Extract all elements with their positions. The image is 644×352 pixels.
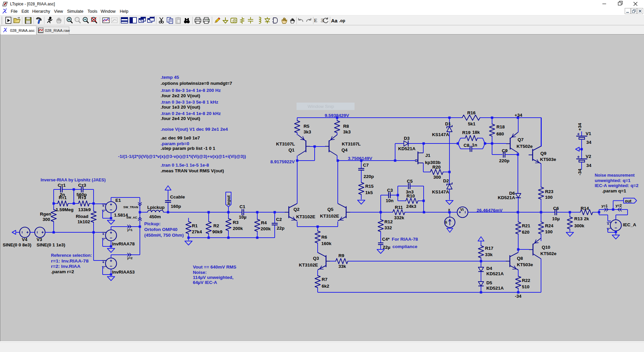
svg-text:160p: 160p <box>171 204 181 209</box>
svg-text:C2: C2 <box>276 217 282 222</box>
svg-text:1n: 1n <box>472 142 477 148</box>
svg-text:y=2: y=2 <box>615 203 622 208</box>
svg-text:114µV unweighted,: 114µV unweighted, <box>193 275 233 280</box>
svg-text:D3: D3 <box>404 136 410 141</box>
svg-text:300k: 300k <box>574 223 585 228</box>
svg-text:KT3102E: KT3102E <box>320 214 339 219</box>
svg-text:KS147A: KS147A <box>432 132 449 137</box>
svg-text:332k: 332k <box>394 215 405 220</box>
svg-text:.four 1e3 20 V(out): .four 1e3 20 V(out) <box>161 105 200 110</box>
svg-text:KD521A: KD521A <box>398 146 416 151</box>
svg-text:KT502e: KT502e <box>540 251 557 256</box>
svg-text:Q9: Q9 <box>540 151 546 156</box>
svg-text:Noise measurement: Noise measurement <box>595 173 635 178</box>
svg-text:For RIAA-78: For RIAA-78 <box>392 237 418 242</box>
svg-text:22p: 22p <box>277 226 284 231</box>
svg-text:Vi: Vi <box>460 208 464 212</box>
svg-text:R22: R22 <box>522 278 530 283</box>
svg-text:Simulate: Simulate <box>67 9 84 14</box>
svg-text:100: 100 <box>545 195 553 200</box>
svg-text:R21: R21 <box>522 223 530 228</box>
svg-text:028_RIAA.asc: 028_RIAA.asc <box>10 28 35 33</box>
svg-text:R5: R5 <box>304 124 310 129</box>
svg-text:R18: R18 <box>496 124 505 129</box>
svg-text:680: 680 <box>496 131 504 136</box>
svg-text:Cт3: Cт3 <box>78 183 86 188</box>
svg-text:R23: R23 <box>545 189 553 194</box>
svg-text:KS147A: KS147A <box>432 189 449 194</box>
svg-text:27k4: 27k4 <box>192 229 202 234</box>
svg-text:SINE(0 0 8e3): SINE(0 0 8e3) <box>3 242 32 247</box>
svg-text:SW_AC: SW_AC <box>126 216 137 219</box>
svg-text:V4: V4 <box>22 237 28 242</box>
svg-text:Q2: Q2 <box>293 207 300 212</box>
svg-text:18k: 18k <box>472 130 480 135</box>
svg-text:3.7506149V: 3.7506149V <box>348 156 372 161</box>
svg-text:Reference selection:: Reference selection: <box>51 253 92 258</box>
svg-text:620: 620 <box>522 230 530 235</box>
svg-text:Rт1: Rт1 <box>59 195 67 200</box>
svg-text:R15: R15 <box>365 184 374 189</box>
svg-text:Inverse-RIAA by Lipshitz (JAES: Inverse-RIAA by Lipshitz (JAES) <box>41 177 106 182</box>
svg-text:View: View <box>54 9 63 14</box>
svg-text:r=2: Inv.RIAA: r=2: Inv.RIAA <box>51 264 80 269</box>
svg-text:8.9175922V: 8.9175922V <box>270 159 295 164</box>
svg-text:Rgen: Rgen <box>40 212 51 217</box>
svg-text:KD521A: KD521A <box>498 195 515 200</box>
svg-text:C9: C9 <box>502 148 507 153</box>
svg-text:510: 510 <box>522 284 530 289</box>
svg-text:x: x <box>448 208 450 212</box>
svg-text:.op: .op <box>339 18 345 23</box>
svg-text:028_RIAA.raw: 028_RIAA.raw <box>45 28 70 33</box>
svg-text:Q7: Q7 <box>518 137 524 142</box>
svg-text:Ii: Ii <box>445 220 447 224</box>
svg-text:IEC-A weighted: q=2: IEC-A weighted: q=2 <box>595 183 638 188</box>
svg-text:10n: 10n <box>386 198 393 203</box>
svg-text:332: 332 <box>384 225 392 230</box>
svg-text:90k9: 90k9 <box>212 229 222 234</box>
svg-text:10µ: 10µ <box>239 215 247 220</box>
svg-text:KT3107L: KT3107L <box>276 141 295 146</box>
svg-text:Q10: Q10 <box>542 245 550 250</box>
svg-text:R11: R11 <box>395 205 403 210</box>
svg-text:300: 300 <box>433 175 441 180</box>
svg-text:Q4: Q4 <box>341 148 348 153</box>
svg-text:KD521A: KD521A <box>486 286 504 291</box>
svg-text:C4*: C4* <box>382 237 390 242</box>
svg-text:KT503e: KT503e <box>517 262 533 267</box>
svg-text:InvRIAA78: InvRIAA78 <box>112 241 135 246</box>
svg-text:-34: -34 <box>577 169 582 175</box>
svg-text:out: out <box>625 199 632 203</box>
svg-text:220p: 220p <box>364 174 374 179</box>
svg-text:.tran 0 1.5e-1 1e-5 1e-8: .tran 0 1.5e-1 1e-5 1e-8 <box>161 163 209 168</box>
svg-text:C3: C3 <box>387 188 393 193</box>
svg-text:compliance: compliance <box>392 244 418 249</box>
svg-text:1k5: 1k5 <box>365 190 373 195</box>
svg-text:R4: R4 <box>261 220 267 225</box>
svg-text:D2: D2 <box>443 178 449 183</box>
svg-text:.noise V(out) V1 dec 99 2e1 2e: .noise V(out) V1 dec 99 2e1 2e4 <box>161 127 228 132</box>
svg-text:R17: R17 <box>485 246 493 251</box>
svg-text:KT3102E: KT3102E <box>299 262 318 268</box>
svg-text:LTspice - [028_RIAA.asc]: LTspice - [028_RIAA.asc] <box>10 2 55 6</box>
svg-text:.tran 0 2e-4 1e-4 1e-8 20 kHz: .tran 0 2e-4 1e-4 1e-8 20 kHz <box>161 111 221 116</box>
svg-text:C6: C6 <box>553 206 559 211</box>
svg-text:100: 100 <box>545 229 553 234</box>
svg-text:Q8: Q8 <box>517 256 523 261</box>
svg-text:KT3107L: KT3107L <box>342 141 361 146</box>
svg-text:input: input <box>226 195 231 205</box>
svg-text:R12: R12 <box>384 219 393 224</box>
svg-text:R7: R7 <box>322 277 327 282</box>
svg-text:E1: E1 <box>115 198 121 203</box>
svg-text:133k9: 133k9 <box>78 207 91 212</box>
svg-text:Pickup:: Pickup: <box>144 221 161 226</box>
svg-text:33k: 33k <box>485 252 493 257</box>
svg-text:.temp 45: .temp 45 <box>161 75 179 80</box>
svg-text:Rт3: Rт3 <box>78 195 86 200</box>
svg-text:9.5938429V: 9.5938429V <box>325 113 349 118</box>
svg-text:3k3: 3k3 <box>343 129 351 134</box>
svg-text:SINE(0 1 1e3): SINE(0 1 1e3) <box>37 242 65 247</box>
svg-text:R1: R1 <box>192 223 198 228</box>
svg-text:R6: R6 <box>321 235 327 240</box>
svg-text:1k102: 1k102 <box>77 219 90 224</box>
